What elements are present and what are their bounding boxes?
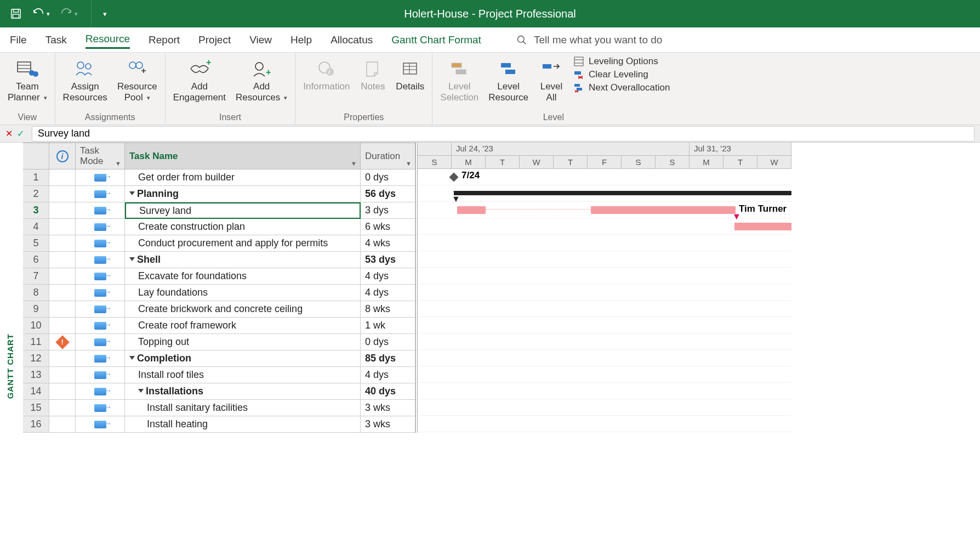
task-bar[interactable] [457, 206, 486, 214]
level-all-button[interactable]: Level All [535, 56, 568, 105]
row-number[interactable]: 7 [23, 268, 49, 285]
resource-pool-button[interactable]: Resource Pool▾ [114, 56, 161, 105]
add-engagement-button[interactable]: + Add Engagement [170, 56, 229, 105]
grid-row[interactable]: 7Excavate for foundations4 dys [23, 268, 415, 285]
task-mode-cell[interactable] [76, 301, 125, 318]
col-task-name[interactable]: Task Name ▼ [125, 143, 361, 169]
next-overallocation-button[interactable]: Next Overallocation [573, 82, 670, 93]
task-name-cell[interactable]: Create brickwork and concrete ceiling [125, 301, 361, 318]
redo-button[interactable]: ▾ [60, 8, 78, 19]
grid-row[interactable]: 13Install roof tiles4 dys [23, 367, 415, 383]
row-number[interactable]: 15 [23, 400, 49, 416]
clear-leveling-button[interactable]: Clear Leveling [573, 69, 670, 80]
duration-cell[interactable]: 4 dys [361, 285, 415, 301]
col-rownum[interactable] [23, 143, 49, 169]
summary-bar[interactable] [454, 191, 791, 195]
task-name-cell[interactable]: Survey land [125, 202, 361, 219]
task-name-cell[interactable]: Install roof tiles [125, 367, 361, 383]
task-mode-cell[interactable] [76, 367, 125, 383]
task-name-cell[interactable]: Shell [125, 252, 361, 268]
grid-row[interactable]: 9Create brickwork and concrete ceiling8 … [23, 301, 415, 318]
team-planner-button[interactable]: Team Planner▾ [4, 56, 50, 105]
grid-row[interactable]: 10Create roof framework1 wk [23, 318, 415, 334]
row-number[interactable]: 16 [23, 416, 49, 433]
task-name-cell[interactable]: Installations [125, 383, 361, 400]
tab-help[interactable]: Help [290, 32, 312, 48]
grid-row[interactable]: 11Topping out0 dys [23, 334, 415, 350]
grid-row[interactable]: 1Get order from builder0 dys [23, 169, 415, 186]
grid-row[interactable]: 6Shell53 dys [23, 252, 415, 268]
tab-view[interactable]: View [249, 32, 272, 48]
grid-row[interactable]: 4Create construction plan6 wks [23, 219, 415, 235]
formula-accept-button[interactable]: ✓ [17, 128, 24, 139]
information-button[interactable]: i Information [300, 56, 353, 105]
task-mode-cell[interactable] [76, 318, 125, 334]
task-name-cell[interactable]: Lay foundations [125, 285, 361, 301]
task-name-cell[interactable]: Install sanitary facilities [125, 400, 361, 416]
tab-project[interactable]: Project [198, 32, 231, 48]
duration-cell[interactable]: 6 wks [361, 219, 415, 235]
task-mode-cell[interactable] [76, 350, 125, 367]
row-number[interactable]: 13 [23, 367, 49, 383]
task-name-cell[interactable]: Excavate for foundations [125, 268, 361, 285]
task-mode-cell[interactable] [76, 169, 125, 186]
task-bar[interactable] [734, 223, 791, 230]
task-mode-cell[interactable] [76, 219, 125, 235]
details-button[interactable]: Details [392, 56, 428, 105]
task-mode-cell[interactable] [76, 252, 125, 268]
collapse-icon[interactable] [129, 257, 135, 261]
task-mode-cell[interactable] [76, 383, 125, 400]
level-selection-button[interactable]: Level Selection [437, 56, 482, 105]
add-resources-button[interactable]: + Add Resources▾ [232, 56, 290, 105]
row-number[interactable]: 9 [23, 301, 49, 318]
save-button[interactable] [10, 8, 22, 20]
task-name-cell[interactable]: Planning [125, 186, 361, 202]
qat-customize[interactable]: ▾ [101, 10, 107, 18]
task-mode-cell[interactable] [76, 202, 125, 219]
task-name-cell[interactable]: Create construction plan [125, 219, 361, 235]
task-name-cell[interactable]: Topping out [125, 334, 361, 350]
grid-row[interactable]: 5Conduct procurement and apply for permi… [23, 235, 415, 252]
task-name-cell[interactable]: Conduct procurement and apply for permit… [125, 235, 361, 252]
duration-cell[interactable]: 85 dys [361, 350, 415, 367]
dropdown-arrow-icon[interactable]: ▼ [351, 160, 357, 167]
duration-cell[interactable]: 53 dys [361, 252, 415, 268]
tab-file[interactable]: File [10, 32, 27, 48]
formula-cancel-button[interactable]: ✕ [5, 128, 13, 139]
col-task-mode[interactable]: Task Mode ▼ [76, 143, 125, 169]
task-mode-cell[interactable] [76, 285, 125, 301]
col-indicators[interactable]: i [49, 143, 76, 169]
row-number[interactable]: 1 [23, 169, 49, 186]
grid-row[interactable]: 14Installations40 dys [23, 383, 415, 400]
undo-button[interactable]: ▾ [32, 8, 50, 19]
row-number[interactable]: 10 [23, 318, 49, 334]
milestone-marker[interactable] [449, 173, 459, 182]
grid-row[interactable]: 8Lay foundations4 dys [23, 285, 415, 301]
task-name-cell[interactable]: Get order from builder [125, 169, 361, 186]
duration-cell[interactable]: 3 wks [361, 416, 415, 433]
task-name-cell[interactable]: Completion [125, 350, 361, 367]
tab-gantt-format[interactable]: Gantt Chart Format [391, 32, 481, 48]
formula-input[interactable] [32, 126, 975, 142]
tab-allocatus[interactable]: Allocatus [331, 32, 373, 48]
gantt-chart[interactable]: Jul 24, '23 Jul 31, '23 SMTWTFSSMTW 7/24… [415, 143, 791, 433]
task-mode-cell[interactable] [76, 186, 125, 202]
leveling-options-button[interactable]: Leveling Options [573, 56, 670, 67]
task-mode-cell[interactable] [76, 235, 125, 252]
dropdown-arrow-icon[interactable]: ▼ [115, 160, 121, 167]
row-number[interactable]: 12 [23, 350, 49, 367]
row-number[interactable]: 8 [23, 285, 49, 301]
task-name-cell[interactable]: Install heating [125, 416, 361, 433]
row-number[interactable]: 6 [23, 252, 49, 268]
tab-report[interactable]: Report [149, 32, 180, 48]
task-mode-cell[interactable] [76, 334, 125, 350]
task-mode-cell[interactable] [76, 400, 125, 416]
tell-me-search[interactable]: Tell me what you want to do [516, 34, 662, 46]
duration-cell[interactable]: 3 wks [361, 400, 415, 416]
duration-cell[interactable]: 0 dys [361, 169, 415, 186]
tab-resource[interactable]: Resource [86, 31, 130, 49]
grid-row[interactable]: 15Install sanitary facilities3 wks [23, 400, 415, 416]
duration-cell[interactable]: 56 dys [361, 186, 415, 202]
task-mode-cell[interactable] [76, 268, 125, 285]
row-number[interactable]: 5 [23, 235, 49, 252]
